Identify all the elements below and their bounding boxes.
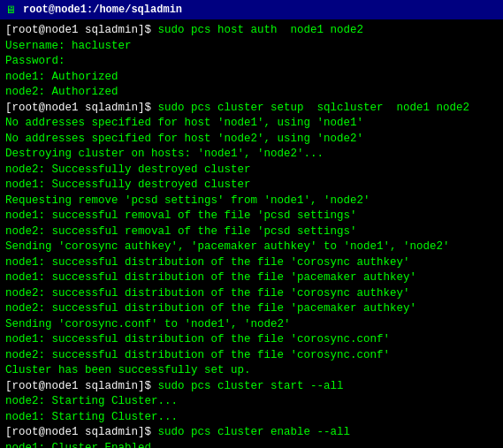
terminal-line: node1: successful distribution of the fi… <box>5 255 498 271</box>
terminal-line: node2: successful distribution of the fi… <box>5 301 498 317</box>
terminal-line: [root@node1 sqladmin]$ sudo pcs cluster … <box>5 101 498 117</box>
terminal-line: Sending 'corosync authkey', 'pacemaker a… <box>5 239 498 255</box>
terminal-line: [root@node1 sqladmin]$ sudo pcs cluster … <box>5 379 498 395</box>
terminal-line: node2: successful distribution of the fi… <box>5 286 498 302</box>
terminal-line: node1: Starting Cluster... <box>5 410 498 426</box>
terminal-line: No addresses specified for host 'node1',… <box>5 116 498 132</box>
terminal-line: node1: Cluster Enabled <box>5 441 498 449</box>
terminal-line: Destroying cluster on hosts: 'node1', 'n… <box>5 147 498 163</box>
terminal-line: node1: Authorized <box>5 70 498 86</box>
terminal-line: node1: successful distribution of the fi… <box>5 332 498 348</box>
terminal-line: node2: Authorized <box>5 85 498 101</box>
title-bar: 🖥 root@node1:/home/sqladmin <box>0 0 503 19</box>
terminal-line: Password: <box>5 54 498 70</box>
terminal-line: Requesting remove 'pcsd settings' from '… <box>5 194 498 209</box>
terminal-line: node2: Starting Cluster... <box>5 394 498 410</box>
terminal-line: node1: successful removal of the file 'p… <box>5 209 498 224</box>
terminal-line: [root@node1 sqladmin]$ sudo pcs cluster … <box>5 425 498 441</box>
title-bar-text: root@node1:/home/sqladmin <box>23 4 182 16</box>
terminal-icon: 🖥 <box>4 3 18 17</box>
terminal-line: node2: Successfully destroyed cluster <box>5 163 498 178</box>
terminal-line: node1: successful distribution of the fi… <box>5 270 498 286</box>
terminal-body[interactable]: [root@node1 sqladmin]$ sudo pcs host aut… <box>0 19 503 448</box>
terminal-line: [root@node1 sqladmin]$ sudo pcs host aut… <box>5 23 498 39</box>
terminal-line: Username: hacluster <box>5 39 498 55</box>
terminal-line: node2: successful distribution of the fi… <box>5 348 498 364</box>
terminal-line: node1: Successfully destroyed cluster <box>5 178 498 194</box>
terminal-line: Sending 'corosync.conf' to 'node1', 'nod… <box>5 317 498 333</box>
terminal-line: Cluster has been successfully set up. <box>5 363 498 379</box>
terminal-line: node2: successful removal of the file 'p… <box>5 224 498 240</box>
terminal-window: 🖥 root@node1:/home/sqladmin [root@node1 … <box>0 0 503 448</box>
terminal-line: No addresses specified for host 'node2',… <box>5 132 498 148</box>
